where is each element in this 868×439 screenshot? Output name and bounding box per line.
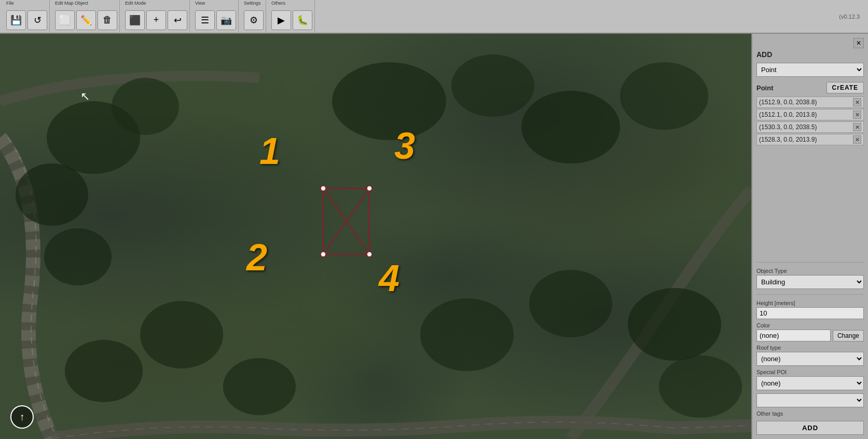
add-object-button[interactable]: ⬜: [55, 10, 75, 30]
toolbar-group-others-label: Others: [271, 1, 285, 6]
toolbar-group-settings: Settings ⚙: [242, 0, 266, 33]
coord-value-0: (1512.9, 0.0, 2038.8): [759, 99, 817, 106]
layers-button[interactable]: ☰: [195, 10, 215, 30]
toolbar-group-others: Others ▶ 🐛: [269, 0, 315, 33]
coord-value-3: (1528.3, 0.0, 2013.9): [759, 136, 817, 143]
coord-remove-2[interactable]: ✕: [853, 123, 861, 131]
object-type-label: Object Type: [756, 268, 864, 274]
roof-type-section: Roof type (none) Flat Gabled Hipped: [756, 345, 864, 366]
object-type-dropdown[interactable]: Building Tree Road POI: [756, 275, 864, 289]
other-tags-section: Other tags: [756, 410, 864, 418]
coord-row-3: (1528.3, 0.0, 2013.9) ✕: [756, 134, 864, 145]
toolbar-group-edit-mode: Edit Mode ⬛ + ↩: [123, 0, 190, 33]
right-panel: ✕ ADD Point Line Polygon Building Point …: [751, 34, 868, 439]
compass: ↑: [10, 405, 34, 429]
color-label: Color: [756, 322, 864, 328]
edit-object-button[interactable]: ✏️: [76, 10, 96, 30]
coord-remove-0[interactable]: ✕: [853, 98, 861, 106]
coordinates-list: (1512.9, 0.0, 2038.8) ✕ (1512.1, 0.0, 20…: [756, 97, 864, 146]
point-section-label: Point: [756, 84, 774, 92]
coord-row-2: (1530.3, 0.0, 2038.5) ✕: [756, 121, 864, 133]
special-poi-dropdown[interactable]: (none): [756, 376, 864, 390]
coord-value-1: (1512.1, 0.0, 2013.8): [759, 111, 817, 118]
add-button[interactable]: ADD: [756, 421, 864, 435]
color-row: Change: [756, 330, 864, 341]
map-area[interactable]: 1 2 3 4 ↖ ↑: [0, 34, 751, 439]
add-point-button[interactable]: +: [146, 10, 166, 30]
type-dropdown[interactable]: Point Line Polygon Building: [756, 63, 864, 77]
compass-arrow: ↑: [20, 411, 25, 423]
screenshot-button[interactable]: 📷: [216, 10, 236, 30]
select-mode-button[interactable]: ⬛: [125, 10, 145, 30]
version-label: (v0.12.3: [839, 13, 860, 20]
roof-type-dropdown[interactable]: (none) Flat Gabled Hipped: [756, 352, 864, 366]
roof-type-label: Roof type: [756, 345, 864, 351]
height-section: Height [meters]: [756, 300, 864, 319]
delete-object-button[interactable]: 🗑: [98, 10, 117, 30]
height-input[interactable]: [756, 307, 864, 319]
refresh-button[interactable]: ↺: [27, 10, 47, 30]
save-button[interactable]: 💾: [6, 10, 26, 30]
toolbar-group-edit-mode-label: Edit Mode: [125, 1, 146, 6]
coord-remove-3[interactable]: ✕: [853, 135, 861, 144]
toolbar-group-view-label: View: [195, 1, 205, 6]
toolbar-group-edit-map-object: Edit Map Object ⬜ ✏️ 🗑: [53, 0, 120, 33]
panel-close-button[interactable]: ✕: [853, 38, 864, 48]
coord-row-0: (1512.9, 0.0, 2038.8) ✕: [756, 97, 864, 108]
toolbar-group-file: File 💾 ↺: [4, 0, 50, 33]
toolbar-group-settings-label: Settings: [244, 1, 261, 6]
change-color-button[interactable]: Change: [833, 330, 864, 341]
main-container: 1 2 3 4 ↖ ↑ ✕ ADD Point Line Polygon Bui…: [0, 34, 868, 439]
debug-button[interactable]: 🐛: [293, 10, 312, 30]
panel-title: ADD: [756, 49, 864, 60]
other-tags-label: Other tags: [756, 410, 864, 417]
toolbar-group-view: View ☰ 📷: [193, 0, 239, 33]
coord-row-1: (1512.1, 0.0, 2013.8) ✕: [756, 109, 864, 120]
undo-button[interactable]: ↩: [168, 10, 187, 30]
toolbar-group-edit-map-label: Edit Map Object: [55, 1, 88, 6]
point-section: Point CrEATE: [756, 82, 864, 93]
coord-value-2: (1530.3, 0.0, 2038.5): [759, 124, 817, 131]
map-background: [0, 34, 751, 439]
coord-remove-1[interactable]: ✕: [853, 111, 861, 119]
object-type-section: Object Type Building Tree Road POI: [756, 268, 864, 289]
play-button[interactable]: ▶: [271, 10, 291, 30]
divider-1: [756, 262, 864, 263]
color-input[interactable]: [756, 330, 831, 341]
height-label: Height [meters]: [756, 300, 864, 306]
toolbar-group-file-label: File: [6, 1, 14, 6]
create-button[interactable]: CrEATE: [826, 82, 864, 93]
toolbar: File 💾 ↺ Edit Map Object ⬜ ✏️ 🗑 Edit Mod…: [0, 0, 868, 34]
extra-dropdown[interactable]: [756, 393, 864, 407]
special-poi-label: Special POI: [756, 369, 864, 375]
special-poi-section: Special POI (none): [756, 369, 864, 390]
color-section: Color Change: [756, 322, 864, 341]
divider-2: [756, 294, 864, 295]
settings-button[interactable]: ⚙: [244, 10, 264, 30]
